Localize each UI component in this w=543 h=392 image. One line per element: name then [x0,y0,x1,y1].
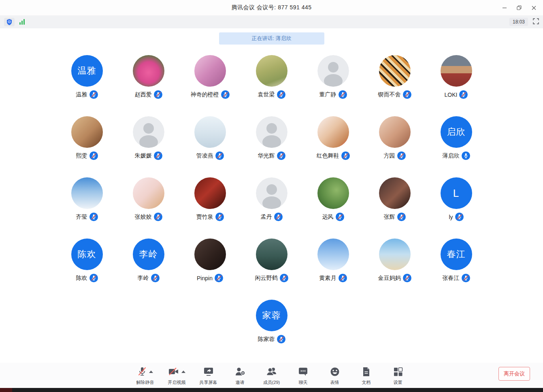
participant-name-row: LOKI [445,90,468,99]
participant-tile[interactable]: Pinpin [179,239,241,282]
participant-name-row: Pinpin [197,274,223,282]
docs-button[interactable]: 文档 [357,366,376,386]
participant-avatar: 陈欢 [71,239,103,270]
security-shield-icon[interactable] [4,18,15,26]
chat-icon [298,367,308,377]
leave-meeting-button[interactable]: 离开会议 [498,367,530,381]
default-avatar-icon [256,116,287,148]
participant-avatar [194,55,226,87]
participant-tile[interactable]: 管凌燕 [179,116,241,160]
participant-avatar: 春江 [441,239,472,270]
participant-name: 闲云野鹤 [255,275,278,282]
minimize-button[interactable] [498,2,511,13]
participant-name-row: 管凌燕 [196,151,224,160]
participant-name: 方园 [384,152,395,160]
active-speaker-banner: 正在讲话: 薄启欣 [219,32,324,45]
participant-tile[interactable]: 陈欢 陈欢 [56,239,118,282]
participant-tile[interactable]: 熙雯 [56,116,118,160]
members-button[interactable]: 成员(29) [262,366,281,386]
participant-tile[interactable]: 神奇的橙橙 [179,55,241,99]
participant-name-row: 孟丹 [261,213,283,221]
settings-button[interactable]: 设置 [388,366,408,386]
mic-status-icon [277,90,285,99]
participant-name: 陈欢 [76,275,87,282]
participant-name: 贾竹泉 [196,213,213,221]
participant-tile[interactable]: 春江 张春江 [426,239,487,282]
participant-name: 张春江 [443,275,460,282]
participant-tile[interactable]: 贾竹泉 [179,177,241,221]
mic-status-icon [89,90,98,99]
mic-status-icon [151,274,160,282]
participant-tile[interactable]: 李岭 李岭 [118,239,179,282]
participant-name: 远风 [322,213,334,221]
participant-avatar [194,239,226,270]
mic-status-icon [154,90,162,99]
toolbar-items: 解除静音 开启视频 共享屏幕 [136,366,408,386]
participant-tile[interactable]: 锲而不舍 [364,55,426,99]
network-signal-icon[interactable] [19,19,25,25]
participant-tile[interactable]: 启欣 薄启欣 [426,116,487,160]
participant-tile[interactable]: 闲云野鹤 [241,239,302,282]
participant-name-row: 华光辉 [258,151,285,160]
participant-name: 锲而不舍 [378,91,401,98]
participant-tile[interactable]: 袁世梁 [241,55,302,99]
participant-name-row: 陈欢 [76,274,98,282]
avatar-initials: 家蓉 [262,309,281,322]
participant-tile[interactable]: 方园 [364,116,426,160]
participant-tile[interactable]: 金豆妈妈 [364,239,426,282]
default-avatar-icon [317,55,349,87]
chat-button[interactable]: 聊天 [294,366,313,386]
participant-tile[interactable]: 董广静 [302,55,364,99]
document-icon [362,367,371,377]
participant-avatar [379,116,411,148]
participant-name-row: 陈家蓉 [258,335,285,343]
mic-status-icon [215,151,224,160]
title-bar: 腾讯会议 会议号: 877 591 445 [0,0,543,15]
participant-tile[interactable]: 红色舞鞋 [302,116,364,160]
participant-tile[interactable]: 孟丹 [241,177,302,221]
participant-avatar [194,116,226,148]
participant-name: 黄素月 [319,275,336,282]
participant-name-row: 熙雯 [76,151,98,160]
participant-tile[interactable]: 温雅 温雅 [56,55,118,99]
participant-name-row: 锲而不舍 [378,90,411,99]
mic-status-icon [274,213,283,221]
invite-button[interactable]: 邀请 [230,366,250,386]
window-title: 腾讯会议 会议号: 877 591 445 [231,4,311,11]
video-options-caret[interactable] [181,371,185,373]
participant-avatar: 启欣 [441,116,472,148]
participant-tile[interactable]: 黄素月 [302,239,364,282]
mic-status-icon [89,151,98,160]
participant-tile[interactable]: 家蓉 陈家蓉 [241,300,302,343]
participant-tile[interactable]: LOKI [426,55,487,99]
participant-avatar [256,116,287,148]
participant-tile[interactable]: L ly [426,177,487,221]
participant-name-row: 张辉 [384,213,406,221]
mic-status-icon [277,335,285,343]
participant-tile[interactable]: 朱媛媛 [118,116,179,160]
participant-tile[interactable]: 远风 [302,177,364,221]
share-screen-button[interactable]: 共享屏幕 [199,366,218,386]
restore-button[interactable] [513,2,525,13]
emoji-button[interactable]: 表情 [325,366,345,386]
mic-options-caret[interactable] [149,371,153,373]
avatar-initials: 启欣 [447,126,466,138]
mic-status-icon [336,213,344,221]
mic-status-icon [462,274,470,282]
participant-avatar [133,116,164,148]
start-video-button[interactable]: 开启视频 [167,366,187,386]
mic-status-icon [221,90,230,99]
participant-name: 李岭 [138,275,149,282]
participant-tile[interactable]: 张辉 [364,177,426,221]
participant-tile[interactable]: 华光辉 [241,116,302,160]
unmute-button[interactable]: 解除静音 [136,366,155,386]
fullscreen-icon[interactable] [533,18,539,26]
meeting-top-bar: 18:03 [0,15,543,28]
participant-avatar [379,177,411,209]
close-button[interactable] [528,2,540,13]
participant-tile[interactable]: 齐莹 [56,177,118,221]
participant-tile[interactable]: 张姣姣 [118,177,179,221]
participant-avatar [256,177,287,209]
participant-name-row: 闲云野鹤 [255,274,288,282]
participant-tile[interactable]: 赵西爱 [118,55,179,99]
